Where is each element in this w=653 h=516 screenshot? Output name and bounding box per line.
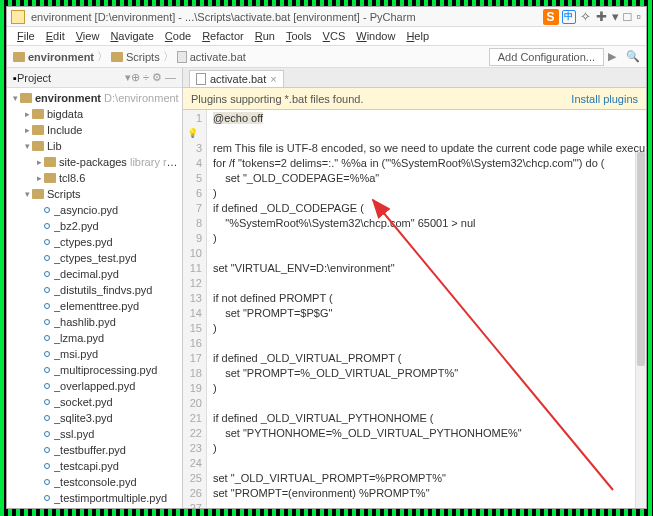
folder-icon (32, 109, 44, 119)
tree-row[interactable]: _ctypes_test.pyd (7, 250, 182, 266)
tree-row[interactable]: _sqlite3.pyd (7, 410, 182, 426)
pyd-icon (44, 207, 50, 213)
tree-label: _hashlib.pyd (54, 316, 179, 328)
tree-row[interactable]: _asyncio.pyd (7, 202, 182, 218)
menu-help[interactable]: Help (402, 29, 433, 43)
tree-label: site-packages library root (59, 156, 179, 168)
tree-row[interactable]: ▸site-packages library root (7, 154, 182, 170)
add-icon[interactable]: ✚ (595, 9, 608, 24)
project-title: Project (17, 72, 125, 84)
collapse-icon[interactable]: ⊕ (131, 71, 140, 84)
tree-row[interactable]: _hashlib.pyd (7, 314, 182, 330)
tree-label: environment D:\environment (35, 92, 179, 104)
pyd-icon (44, 447, 50, 453)
tree-row[interactable]: _bz2.pyd (7, 218, 182, 234)
scroll-thumb[interactable] (637, 152, 645, 366)
add-configuration-button[interactable]: Add Configuration... (489, 48, 604, 66)
ide-window: environment [D:\environment] - ...\Scrip… (6, 6, 647, 509)
tree-row[interactable]: _testbuffer.pyd (7, 442, 182, 458)
tree-row[interactable]: _decimal.pyd (7, 266, 182, 282)
pyd-icon (44, 255, 50, 261)
tree-label: Scripts (47, 188, 179, 200)
menu-edit[interactable]: Edit (42, 29, 69, 43)
main-split: ▪ Project ▾ ⊕ ÷ ⚙ — ▾environment D:\envi… (7, 68, 646, 508)
tree-row[interactable]: _testmultiphase.pyd (7, 506, 182, 508)
chevron-icon[interactable]: ▸ (35, 173, 44, 183)
menu-code[interactable]: Code (161, 29, 195, 43)
pyd-icon (44, 463, 50, 469)
tree-row[interactable]: _distutils_findvs.pyd (7, 282, 182, 298)
pyd-icon (44, 287, 50, 293)
menu-run[interactable]: Run (251, 29, 279, 43)
menu-icon[interactable]: ▾ (611, 9, 620, 24)
folder-icon (13, 52, 25, 62)
tree-row[interactable]: _socket.pyd (7, 394, 182, 410)
info-text: Plugins supporting *.bat files found. (191, 93, 363, 105)
more-icon[interactable]: ▫ (635, 9, 642, 24)
chevron-icon[interactable]: ▸ (23, 125, 32, 135)
run-icon[interactable]: ▶ (608, 50, 622, 64)
pyd-icon (44, 319, 50, 325)
breadcrumb[interactable]: environment 〉 Scripts 〉 activate.bat (13, 49, 246, 64)
tree-row[interactable]: ▸bigdata (7, 106, 182, 122)
tree-row[interactable]: _ctypes.pyd (7, 234, 182, 250)
sublime-icon[interactable]: S (543, 9, 559, 25)
tree-label: _testconsole.pyd (54, 476, 179, 488)
tree-row[interactable]: ▾environment D:\environment (7, 90, 182, 106)
tree-row[interactable]: _testconsole.pyd (7, 474, 182, 490)
close-icon[interactable]: × (270, 73, 276, 85)
project-tree[interactable]: ▾environment D:\environment▸bigdata▸Incl… (7, 88, 182, 508)
tree-row[interactable]: _testcapi.pyd (7, 458, 182, 474)
pin-icon[interactable]: ✧ (579, 9, 592, 24)
pyd-icon (44, 399, 50, 405)
tree-row[interactable]: _lzma.pyd (7, 330, 182, 346)
tree-label: _msi.pyd (54, 348, 179, 360)
menu-file[interactable]: File (13, 29, 39, 43)
menu-tools[interactable]: Tools (282, 29, 316, 43)
tree-row[interactable]: ▸tcl8.6 (7, 170, 182, 186)
tree-row[interactable]: _elementtree.pyd (7, 298, 182, 314)
menu-view[interactable]: View (72, 29, 104, 43)
tree-row[interactable]: _testimportmultiple.pyd (7, 490, 182, 506)
menu-vcs[interactable]: VCS (319, 29, 350, 43)
tabbar: activate.bat × (183, 68, 646, 88)
tree-row[interactable]: ▾Scripts (7, 186, 182, 202)
breadcrumb-mid: Scripts (126, 51, 160, 63)
expand-icon[interactable]: ÷ (143, 71, 149, 84)
search-icon[interactable]: 🔍 (626, 50, 640, 64)
titlebar: environment [D:\environment] - ...\Scrip… (7, 7, 646, 27)
hide-icon[interactable]: — (165, 71, 176, 84)
menu-window[interactable]: Window (352, 29, 399, 43)
pycharm-icon (11, 10, 25, 24)
tab-activate-bat[interactable]: activate.bat × (189, 70, 284, 87)
tree-row[interactable]: ▸Include (7, 122, 182, 138)
tree-row[interactable]: _multiprocessing.pyd (7, 362, 182, 378)
code-editor[interactable]: 1💡34567891011121314151617181920212223242… (183, 110, 646, 508)
tree-label: _ssl.pyd (54, 428, 179, 440)
chevron-icon[interactable]: ▸ (35, 157, 44, 167)
chevron-icon[interactable]: ▸ (23, 109, 32, 119)
window-title: environment [D:\environment] - ...\Scrip… (31, 11, 543, 23)
tree-row[interactable]: ▾Lib (7, 138, 182, 154)
chevron-icon[interactable]: ▾ (11, 93, 20, 103)
tree-row[interactable]: _ssl.pyd (7, 426, 182, 442)
chevron-icon[interactable]: ▾ (23, 189, 32, 199)
ext-icon[interactable]: □ (623, 9, 633, 24)
tree-label: _distutils_findvs.pyd (54, 284, 179, 296)
code-text[interactable]: @echo off rem This file is UTF-8 encoded… (207, 110, 646, 508)
menu-navigate[interactable]: Navigate (106, 29, 157, 43)
pyd-icon (44, 335, 50, 341)
install-plugins-link[interactable]: Install plugins (571, 93, 638, 105)
tree-row[interactable]: _overlapped.pyd (7, 378, 182, 394)
scrollbar-vertical[interactable] (635, 152, 646, 508)
tree-label: _lzma.pyd (54, 332, 179, 344)
chevron-icon[interactable]: ▾ (23, 141, 32, 151)
tab-label: activate.bat (210, 73, 266, 85)
gear-icon[interactable]: ⚙ (152, 71, 162, 84)
ime-icon[interactable]: 中 (562, 10, 576, 24)
navbar: environment 〉 Scripts 〉 activate.bat Add… (7, 46, 646, 68)
menu-refactor[interactable]: Refactor (198, 29, 248, 43)
folder-icon (32, 189, 44, 199)
tree-row[interactable]: _msi.pyd (7, 346, 182, 362)
tree-label: _overlapped.pyd (54, 380, 179, 392)
